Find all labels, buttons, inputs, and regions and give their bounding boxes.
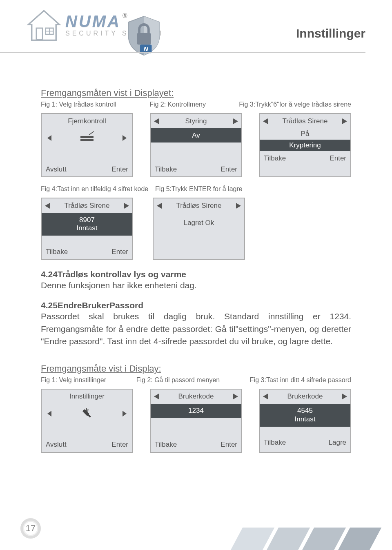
screen8-title: Brukerkode <box>287 392 323 401</box>
screen1-title-text: Fjernkontroll <box>68 117 106 125</box>
screen3-title: Trådløs Sirene <box>283 117 328 125</box>
section-b-title: Fremgangsmåte vist i Display: <box>41 363 351 374</box>
fig1-caption: Fig 1: Velg trådløs kontroll <box>41 101 116 108</box>
screen4-title: Trådløs Sirene <box>65 202 110 210</box>
screen-saved: Trådløs Sirene Lagret Ok <box>153 198 245 260</box>
fig3-caption: Fig 3:Trykk"6"for å velge trådløs sirene <box>239 101 351 108</box>
remote-icon <box>79 134 95 143</box>
fig5-caption: Fig 5:Trykk ENTER for å lagre <box>155 185 351 193</box>
header-divider <box>0 52 365 53</box>
house-icon <box>27 9 61 44</box>
screen2-mid: Av <box>151 128 241 143</box>
screen1-footer: Avslutt Enter <box>42 162 132 176</box>
screen7-title-row: Brukerkode <box>151 390 241 404</box>
screen1-exit[interactable]: Avslutt <box>46 165 67 174</box>
screen2-title-row: Styring <box>151 114 241 128</box>
fig4-caption: Fig 4:Tast inn en tilfeldig 4 sifret kod… <box>41 185 155 193</box>
screen4-back[interactable]: Tilbake <box>46 248 68 256</box>
screen3-on: På <box>260 128 350 140</box>
screen8-code-row: 4545 Inntast <box>260 404 350 427</box>
page-header: NUMA ® SECURITY SYSTEM N Innstillinger <box>0 0 392 78</box>
screen8-footer: Tilbake Lagre <box>260 436 350 450</box>
screen3-encrypt: Kryptering <box>260 140 350 151</box>
svg-line-11 <box>87 409 89 412</box>
svg-marker-0 <box>28 11 60 40</box>
screen8-save[interactable]: Lagre <box>329 439 346 447</box>
screens-row1: Fjernkontroll Avslutt Enter Styring <box>41 113 351 177</box>
screen4-code: 8907 <box>79 216 95 224</box>
screen5-title: Trådløs Sirene <box>176 202 222 210</box>
gear-icon <box>81 407 93 420</box>
svg-rect-1 <box>36 28 42 40</box>
screen7-code-text: 1234 <box>188 407 204 415</box>
screen8-title-row: Brukerkode <box>260 390 350 404</box>
screen2-title: Styring <box>185 117 207 125</box>
screen3-title-row: Trådløs Sirene <box>260 114 350 128</box>
screen2-enter[interactable]: Enter <box>220 165 237 174</box>
screen6-enter[interactable]: Enter <box>111 441 128 449</box>
screen-usercode: Brukerkode 1234 Tilbake Enter <box>150 389 242 453</box>
figb3-caption: Fig 3:Tast inn ditt 4 sifrede passord <box>250 376 351 384</box>
screen6-title: Innstillinger <box>42 390 132 404</box>
screen-siren: Trådløs Sirene På Kryptering Tilbake Ent… <box>259 113 351 177</box>
screen6-exit[interactable]: Avslutt <box>46 441 67 449</box>
screen7-enter[interactable]: Enter <box>220 441 237 449</box>
screen-code-input: Trådløs Sirene 8907 Inntast Tilbake Ente… <box>41 198 133 260</box>
screen1-title: Fjernkontroll <box>42 114 132 128</box>
sec425-heading: 4.25EndreBrukerPassord <box>41 301 351 310</box>
screen4-code-row: 8907 Inntast <box>42 213 132 236</box>
sec424-body: Denne funksjonen har ikke enheteni dag. <box>41 279 351 292</box>
screen4-footer: Tilbake Enter <box>42 245 132 259</box>
arrow-left-icon <box>157 203 162 209</box>
arrow-right-icon <box>122 411 127 416</box>
arrow-left-icon <box>154 118 159 124</box>
screen7-empty <box>151 418 241 438</box>
arrow-left-icon <box>47 135 51 141</box>
svg-text:N: N <box>144 45 149 52</box>
screen2-mid-text: Av <box>192 131 200 140</box>
screen7-footer: Tilbake Enter <box>151 438 241 452</box>
screen3-footer: Tilbake Enter <box>260 151 350 165</box>
screen3-enter[interactable]: Enter <box>330 154 346 163</box>
screen3-back[interactable]: Tilbake <box>264 154 286 163</box>
arrow-left-icon <box>45 203 50 209</box>
screen1-icon-row <box>42 128 132 148</box>
svg-rect-9 <box>87 414 91 417</box>
screen2-empty <box>151 143 241 162</box>
arrow-left-icon <box>263 394 268 399</box>
screen4-enter[interactable]: Enter <box>111 248 128 256</box>
screen8-code: 4545 <box>297 407 313 415</box>
screen7-back[interactable]: Tilbake <box>155 441 177 449</box>
brand-name: NUMA <box>65 12 121 31</box>
screen8-back[interactable]: Tilbake <box>264 439 286 447</box>
screen5-msg-row: Lagret Ok <box>154 213 244 233</box>
screen6-icon-row <box>42 404 132 423</box>
screen2-back[interactable]: Tilbake <box>155 165 177 174</box>
screens-row2: Trådløs Sirene 8907 Inntast Tilbake Ente… <box>41 198 351 260</box>
page-title: Innstillinger <box>296 27 365 40</box>
screen8-sub: Inntast <box>294 415 315 423</box>
screen4-sub: Inntast <box>76 224 97 232</box>
screen-settings: Innstillinger <box>41 389 133 453</box>
arrow-left-icon <box>154 394 159 399</box>
fig2-caption: Fig 2: Kontrollmeny <box>149 101 206 108</box>
section-a-title: Fremgangsmåten vist i Displayet: <box>41 88 351 98</box>
screen1-enter[interactable]: Enter <box>111 165 128 174</box>
arrow-right-icon <box>233 118 238 124</box>
screen-usercode-input: Brukerkode 4545 Inntast Tilbake Lagre <box>259 389 351 453</box>
screen1-empty <box>42 148 132 162</box>
screen2-footer: Tilbake Enter <box>151 162 241 176</box>
screen4-gap <box>42 236 132 245</box>
screen-control: Styring Av Tilbake Enter <box>150 113 242 177</box>
screen5-msg: Lagret Ok <box>184 219 214 227</box>
screen-remote: Fjernkontroll Avslutt Enter <box>41 113 133 177</box>
screen4-title-row: Trådløs Sirene <box>42 198 132 213</box>
arrow-right-icon <box>233 394 238 399</box>
screen8-gap <box>260 427 350 436</box>
screen5-title-row: Trådløs Sirene <box>154 198 244 213</box>
footer-decoration <box>231 528 381 550</box>
screen3-encrypt-text: Kryptering <box>289 141 321 149</box>
screen6-footer: Avslutt Enter <box>42 438 132 452</box>
fig-captions-row2: Fig 4:Tast inn en tilfeldig 4 sifret kod… <box>41 185 351 193</box>
screen6-empty <box>42 423 132 438</box>
